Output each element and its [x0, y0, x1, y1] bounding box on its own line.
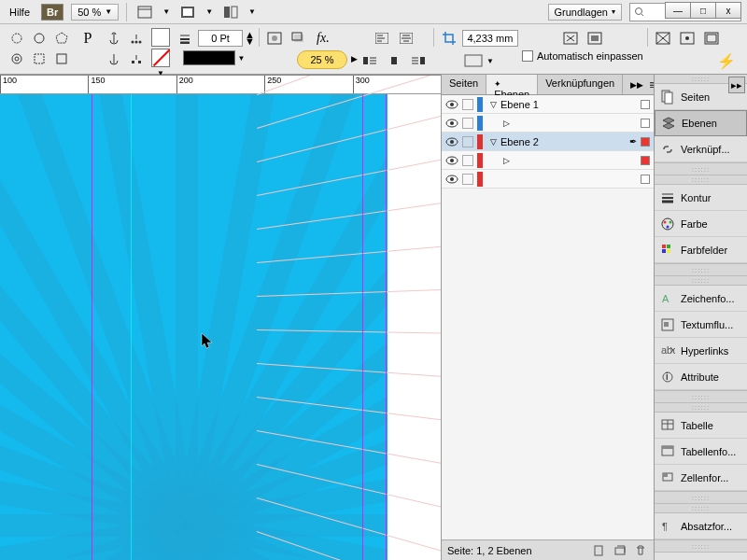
- anchor2-icon[interactable]: [103, 49, 125, 69]
- crop-icon[interactable]: [438, 28, 460, 49]
- maximize-button[interactable]: □: [690, 2, 716, 19]
- disclosure-icon[interactable]: ▽: [490, 100, 497, 109]
- stroke-color-bar[interactable]: [183, 50, 235, 65]
- selection-square[interactable]: [641, 119, 650, 128]
- dock-item-links[interactable]: Verknüpf...: [655, 136, 747, 162]
- wrap-left-icon[interactable]: [359, 50, 381, 71]
- ellipse-solid-icon[interactable]: [28, 28, 50, 49]
- visibility-icon[interactable]: [445, 117, 458, 130]
- fit-content-icon[interactable]: [559, 28, 582, 49]
- guide-cyan[interactable]: [131, 94, 132, 560]
- lock-box[interactable]: [462, 99, 473, 110]
- disclosure-icon[interactable]: ▷: [503, 156, 510, 165]
- layer-row[interactable]: ▽ Ebene 2 ✒: [442, 133, 654, 151]
- dock-item-color[interactable]: Farbe: [655, 211, 747, 237]
- fit-frame-icon[interactable]: [584, 28, 606, 49]
- visibility-icon[interactable]: [445, 173, 458, 186]
- arrange-icon[interactable]: [220, 2, 241, 22]
- effects-icon[interactable]: [288, 28, 310, 49]
- rect-dashed-icon[interactable]: [28, 49, 50, 69]
- text-left-icon[interactable]: [371, 28, 393, 49]
- lock-box[interactable]: [462, 118, 473, 129]
- dock-item-attr[interactable]: iAttribute: [655, 364, 747, 390]
- guide-magenta[interactable]: [92, 94, 92, 560]
- dock-item-table[interactable]: Tabelle: [655, 413, 747, 439]
- dock-item-swatches[interactable]: Farbfelder: [655, 237, 747, 263]
- selection-square[interactable]: [641, 137, 650, 147]
- dock-item-stroke[interactable]: Kontur: [655, 185, 747, 211]
- dock-item-para[interactable]: ¶Absatzfor...: [655, 513, 747, 539]
- trash-icon[interactable]: [633, 543, 648, 558]
- artboard[interactable]: [0, 94, 388, 560]
- lock-box[interactable]: [462, 155, 473, 166]
- selection-square[interactable]: [641, 156, 650, 165]
- dock-item-tblstyle[interactable]: Tabellenfo...: [655, 439, 747, 465]
- center-content-icon[interactable]: [676, 28, 698, 49]
- object-icon[interactable]: [263, 28, 286, 49]
- layer-row[interactable]: ▽ Ebene 1: [442, 95, 654, 114]
- zoom-dropdown[interactable]: 50 %▼: [71, 4, 119, 21]
- frame-none-icon[interactable]: [462, 50, 485, 71]
- tab-ebenen[interactable]: ✦ Ebenen: [486, 75, 538, 94]
- visibility-icon[interactable]: [445, 98, 458, 111]
- disclosure-icon[interactable]: ▷: [503, 119, 510, 128]
- visibility-icon[interactable]: [445, 154, 458, 167]
- distribute2-icon[interactable]: [125, 49, 148, 69]
- minimize-button[interactable]: —: [665, 2, 691, 19]
- star-tool-icon[interactable]: [6, 49, 28, 69]
- opacity-field-highlighted[interactable]: 25 %: [297, 50, 347, 69]
- wrap-center-icon[interactable]: [383, 50, 405, 71]
- stroke-icon: [660, 190, 675, 205]
- selection-square[interactable]: [641, 100, 650, 109]
- view-options-icon[interactable]: [134, 2, 155, 22]
- fx-icon[interactable]: fx.: [312, 28, 334, 49]
- close-button[interactable]: x: [715, 2, 741, 19]
- dock-item-cell[interactable]: Zellenfor...: [655, 465, 747, 491]
- layer-row[interactable]: [442, 170, 654, 189]
- screen-mode-icon[interactable]: [177, 2, 198, 22]
- dock-item-hyper[interactable]: abcHyperlinks: [655, 338, 747, 364]
- type-tool-icon[interactable]: P: [77, 28, 99, 49]
- ellipse-tool-icon[interactable]: [6, 28, 28, 49]
- wrap-right-icon[interactable]: [407, 50, 430, 71]
- canvas[interactable]: 100 150 200 250 300: [0, 75, 441, 560]
- visibility-icon[interactable]: [445, 135, 458, 148]
- help-menu[interactable]: Hilfe: [6, 5, 34, 20]
- rect-solid-icon[interactable]: [50, 49, 73, 69]
- workspace-dropdown[interactable]: Grundlagen▾: [548, 4, 623, 21]
- new-layer-icon[interactable]: [613, 543, 627, 558]
- text-center-icon[interactable]: [395, 28, 417, 49]
- layer-row[interactable]: ▷: [442, 114, 654, 133]
- lock-box[interactable]: [462, 174, 473, 185]
- layer-row[interactable]: ▷: [442, 151, 654, 170]
- step-down-icon[interactable]: ▼: [245, 38, 255, 45]
- layer-name[interactable]: Ebene 1: [500, 99, 637, 110]
- dock-item-char[interactable]: AZeichenfo...: [655, 286, 747, 312]
- anchor-icon[interactable]: [103, 28, 125, 49]
- stroke-weight-input[interactable]: [198, 30, 243, 47]
- new-page-icon[interactable]: [592, 543, 607, 558]
- fit-prop-icon[interactable]: [700, 28, 723, 49]
- bolt-icon[interactable]: ⚡: [717, 52, 736, 70]
- dock-item-layers[interactable]: Ebenen: [655, 110, 747, 136]
- collapse-panels-icon[interactable]: ▸▸: [728, 77, 745, 93]
- svg-marker-10: [56, 33, 67, 43]
- polygon-icon[interactable]: [50, 28, 73, 49]
- tab-seiten[interactable]: Seiten: [442, 75, 486, 94]
- dock-item-wrap[interactable]: Textumflu...: [655, 312, 747, 338]
- guide-magenta[interactable]: [362, 94, 363, 560]
- fill-frame-icon[interactable]: [652, 28, 674, 49]
- fill-swatch[interactable]: [151, 28, 170, 47]
- dock-label: Textumflu...: [681, 319, 733, 330]
- layer-name[interactable]: Ebene 2: [500, 136, 626, 147]
- lock-box[interactable]: [462, 136, 473, 147]
- opacity-dropdown-arrow[interactable]: ▶: [351, 54, 358, 63]
- autofit-checkbox[interactable]: Automatisch einpassen: [522, 50, 643, 62]
- selection-square[interactable]: [641, 175, 650, 184]
- fill-none-swatch[interactable]: [151, 49, 170, 67]
- distribute-icon[interactable]: [125, 28, 148, 49]
- disclosure-icon[interactable]: ▽: [490, 137, 497, 147]
- tab-verknuepfungen[interactable]: Verknüpfungen: [538, 75, 623, 94]
- measure-input[interactable]: [462, 30, 518, 47]
- bridge-button[interactable]: Br: [41, 4, 63, 21]
